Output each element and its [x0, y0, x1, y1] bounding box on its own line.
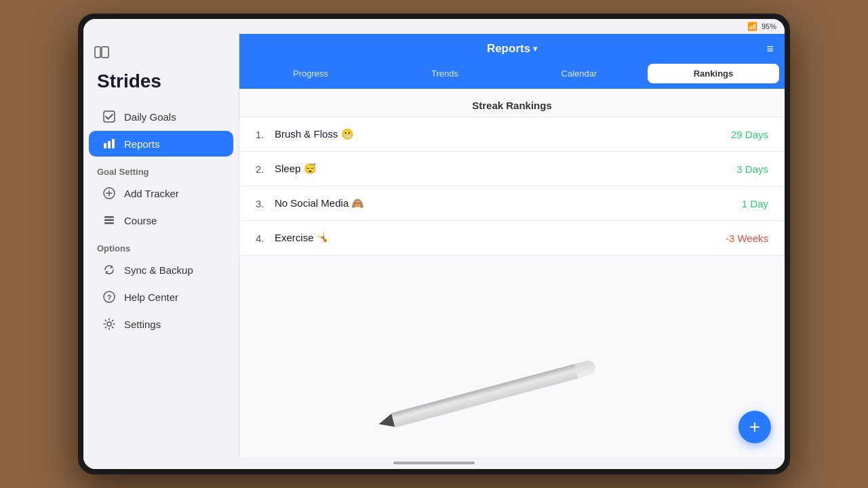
rank-name-2: Sleep 😴	[275, 163, 317, 175]
sync-icon	[102, 263, 116, 277]
tab-trends[interactable]: Trends	[379, 64, 511, 83]
svg-rect-11	[104, 222, 114, 224]
app-container: Strides Daily Goals	[83, 34, 785, 457]
sidebar-item-help-center[interactable]: ? Help Center	[89, 284, 233, 310]
rank-value-3: 1 Day	[742, 198, 768, 209]
rank-number-1: 1.	[256, 129, 269, 140]
ranking-left-3: 3. No Social Media 🙈	[256, 197, 364, 209]
nav-bar: Reports ▾ ≡	[239, 34, 785, 64]
ranking-row-4: 4. Exercise 🤸 -3 Weeks	[239, 221, 785, 256]
svg-rect-4	[108, 141, 111, 148]
tab-progress[interactable]: Progress	[245, 64, 376, 83]
streak-rankings-title: Streak Rankings	[239, 89, 785, 117]
tab-rankings[interactable]: Rankings	[648, 64, 779, 83]
sidebar-sync-label: Sync & Backup	[124, 264, 193, 276]
goal-setting-section-label: Goal Setting	[83, 157, 239, 180]
sidebar-item-course[interactable]: Course	[89, 207, 233, 233]
svg-rect-5	[112, 139, 115, 148]
rank-name-1: Brush & Floss 😬	[275, 128, 354, 140]
nav-chevron-icon: ▾	[533, 44, 537, 54]
svg-rect-10	[104, 220, 114, 222]
wifi-icon: 📶	[747, 22, 757, 31]
rank-number-3: 3.	[256, 198, 269, 209]
rank-value-1: 29 Days	[731, 129, 768, 140]
nav-title: Reports ▾	[487, 42, 537, 56]
svg-rect-9	[104, 216, 114, 218]
sidebar-item-sync-backup[interactable]: Sync & Backup	[89, 257, 233, 283]
question-icon: ?	[102, 290, 116, 304]
list-icon	[102, 214, 116, 227]
sidebar-settings-label: Settings	[124, 319, 161, 330]
battery-indicator: 95%	[762, 22, 776, 30]
sidebar-item-reports[interactable]: Reports	[89, 131, 233, 157]
checkbox-icon	[102, 110, 116, 123]
fab-add-button[interactable]: +	[738, 411, 771, 443]
gear-icon	[102, 317, 116, 331]
tab-calendar[interactable]: Calendar	[513, 64, 645, 83]
svg-rect-3	[104, 143, 106, 148]
sidebar-item-settings[interactable]: Settings	[89, 311, 233, 337]
ranking-left-4: 4. Exercise 🤸	[256, 232, 330, 244]
svg-point-14	[107, 322, 111, 326]
app-title: Strides	[83, 70, 239, 103]
ranking-left-1: 1. Brush & Floss 😬	[256, 128, 354, 140]
rank-number-2: 2.	[256, 163, 269, 175]
ranking-row-1: 1. Brush & Floss 😬 29 Days	[239, 117, 785, 152]
sidebar-daily-goals-label: Daily Goals	[124, 111, 176, 123]
hamburger-menu-icon[interactable]: ≡	[766, 42, 774, 56]
ranking-row-2: 2. Sleep 😴 3 Days	[239, 152, 785, 186]
sidebar-course-label: Course	[124, 215, 157, 226]
sidebar: Strides Daily Goals	[83, 34, 239, 457]
svg-text:?: ?	[107, 293, 112, 302]
ranking-row-3: 3. No Social Media 🙈 1 Day	[239, 186, 785, 221]
apple-pencil	[377, 359, 597, 432]
sidebar-add-tracker-label: Add Tracker	[124, 188, 179, 199]
tabs-bar: Progress Trends Calendar Rankings	[239, 64, 785, 89]
ranking-left-2: 2. Sleep 😴	[256, 163, 317, 175]
sidebar-help-label: Help Center	[124, 291, 178, 303]
svg-rect-1	[102, 47, 108, 58]
svg-rect-0	[95, 47, 100, 58]
content-area: Streak Rankings 1. Brush & Floss 😬 29 Da…	[239, 89, 785, 457]
rank-value-4: -3 Weeks	[726, 232, 768, 244]
tablet-frame: 📶 95% Strides	[78, 14, 790, 474]
plus-circle-icon	[102, 186, 116, 200]
home-indicator	[83, 457, 785, 469]
main-content: Reports ▾ ≡ Progress Trends Calendar Ran…	[239, 34, 785, 457]
sidebar-reports-label: Reports	[124, 138, 160, 150]
sidebar-item-add-tracker[interactable]: Add Tracker	[89, 180, 233, 206]
rank-number-4: 4.	[256, 232, 269, 244]
rank-value-2: 3 Days	[736, 163, 768, 175]
tablet-inner: 📶 95% Strides	[83, 19, 785, 469]
sidebar-toggle-icon[interactable]	[83, 42, 239, 70]
bar-chart-icon	[102, 137, 116, 150]
rank-name-3: No Social Media 🙈	[275, 197, 364, 209]
home-bar	[393, 462, 475, 464]
rank-name-4: Exercise 🤸	[275, 232, 330, 244]
sidebar-item-daily-goals[interactable]: Daily Goals	[89, 104, 233, 129]
status-bar: 📶 95%	[83, 19, 785, 34]
options-section-label: Options	[83, 234, 239, 256]
